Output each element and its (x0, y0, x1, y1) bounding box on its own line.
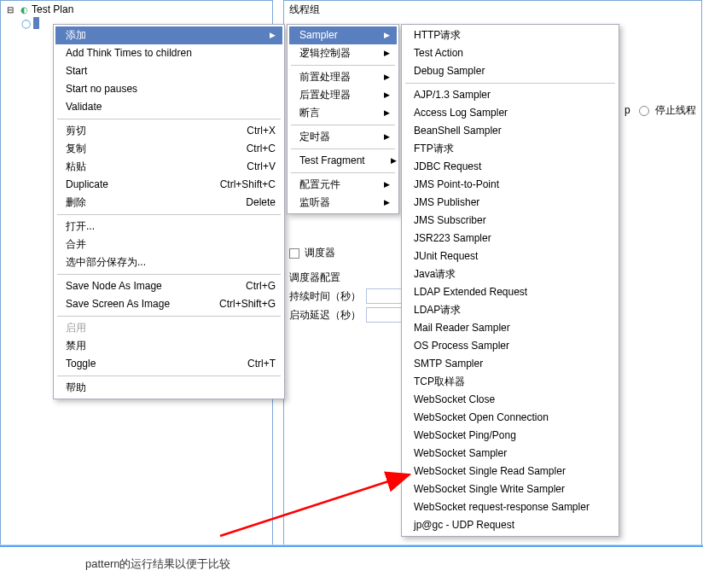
sampler-submenu-item[interactable]: Mail Reader Sampler (404, 319, 617, 337)
context-menu-item-label: Start no pauses (66, 83, 276, 96)
sampler-submenu-item-label: Access Log Sampler (414, 107, 610, 119)
sampler-submenu-item-label: JMS Subscriber (414, 214, 610, 227)
sampler-submenu-item[interactable]: JUnit Request (404, 247, 617, 265)
stop-thread-radio[interactable] (639, 106, 649, 116)
context-menu-item[interactable]: 帮助 (55, 379, 282, 397)
tree-child-label (33, 17, 39, 29)
sampler-submenu-item-label: jp@gc - UDP Request (414, 519, 610, 532)
context-menu-item-label: 打开... (66, 220, 276, 233)
sampler-submenu: HTTP请求Test ActionDebug SamplerAJP/1.3 Sa… (401, 24, 619, 537)
context-menu-shortcut: Ctrl+G (246, 280, 276, 293)
sampler-submenu-separator (405, 83, 615, 84)
sampler-submenu-item[interactable]: Test Action (404, 44, 617, 62)
context-menu-item[interactable]: 打开... (55, 218, 282, 236)
tree-root-row[interactable]: ⊟ ◐ Test Plan (4, 3, 269, 16)
sampler-submenu-item-label: JMS Publisher (414, 196, 610, 209)
context-menu-item-label: 启用 (66, 322, 276, 335)
sampler-submenu-item[interactable]: Access Log Sampler (404, 104, 617, 122)
add-submenu-item[interactable]: 逻辑控制器▶ (289, 44, 397, 62)
add-submenu-item[interactable]: 配置元件▶ (289, 176, 397, 194)
add-submenu-item[interactable]: Sampler▶ (289, 26, 397, 44)
sampler-submenu-item-label: Java请求 (414, 268, 610, 281)
add-submenu-item[interactable]: Test Fragment▶ (289, 152, 397, 170)
add-submenu-separator (291, 148, 395, 149)
context-menu-shortcut: Ctrl+X (247, 125, 276, 137)
sampler-submenu-item[interactable]: WebSocket Sampler (404, 445, 617, 463)
sampler-submenu-item[interactable]: LDAP请求 (404, 301, 617, 319)
context-menu-item[interactable]: Save Node As ImageCtrl+G (55, 277, 282, 295)
add-submenu-item[interactable]: 监听器▶ (289, 194, 397, 212)
sampler-submenu-item[interactable]: JMS Point-to-Point (404, 176, 617, 194)
add-submenu-item[interactable]: 后置处理器▶ (289, 86, 397, 104)
sampler-submenu-item-label: AJP/1.3 Sampler (414, 89, 610, 102)
context-menu-shortcut: Ctrl+Shift+G (219, 298, 276, 311)
context-menu-item-label: Add Think Times to children (66, 47, 276, 60)
add-submenu-item[interactable]: 前置处理器▶ (289, 68, 397, 86)
context-menu-item[interactable]: Validate (55, 98, 282, 116)
scheduler-label: 调度器 (305, 246, 335, 260)
sampler-submenu-item[interactable]: JMS Publisher (404, 194, 617, 212)
sampler-submenu-item[interactable]: WebSocket Single Read Sampler (404, 463, 617, 480)
sampler-submenu-item-label: WebSocket Ping/Pong (414, 429, 610, 442)
tree-root-label: Test Plan (32, 3, 73, 15)
context-menu-item[interactable]: 删除Delete (55, 194, 282, 212)
sampler-submenu-item[interactable]: JMS Subscriber (404, 212, 617, 230)
sampler-submenu-item[interactable]: SMTP Sampler (404, 355, 617, 373)
tree-collapse-icon[interactable]: ⊟ (4, 3, 16, 15)
sampler-submenu-item[interactable]: HTTP请求 (404, 26, 617, 44)
sampler-submenu-item-label: TCP取样器 (414, 376, 610, 388)
delay-label: 启动延迟（秒） (289, 308, 361, 323)
add-submenu-item[interactable]: 定时器▶ (289, 128, 397, 146)
context-menu-item[interactable]: 合并 (55, 236, 282, 253)
sampler-submenu-item[interactable]: jp@gc - UDP Request (404, 516, 617, 534)
sampler-submenu-item-label: JMS Point-to-Point (414, 178, 610, 191)
sampler-submenu-item[interactable]: JSR223 Sampler (404, 230, 617, 247)
sampler-submenu-item-label: WebSocket request-response Sampler (414, 501, 610, 514)
context-menu-shortcut: Ctrl+V (247, 160, 276, 173)
sampler-submenu-item[interactable]: OS Process Sampler (404, 337, 617, 355)
sampler-submenu-item-label: LDAP Extended Request (414, 286, 610, 299)
context-menu-item[interactable]: Start (55, 62, 282, 80)
submenu-arrow-icon: ▶ (384, 196, 390, 209)
sampler-submenu-item[interactable]: Java请求 (404, 265, 617, 283)
sampler-submenu-item[interactable]: WebSocket Single Write Sampler (404, 480, 617, 498)
sampler-submenu-item[interactable]: Debug Sampler (404, 62, 617, 80)
context-menu-item-label: 合并 (66, 238, 276, 251)
sampler-submenu-item[interactable]: WebSocket Close (404, 391, 617, 409)
context-menu-shortcut: Delete (246, 196, 276, 209)
sampler-submenu-item-label: JSR223 Sampler (414, 232, 610, 245)
context-menu-item[interactable]: ToggleCtrl+T (55, 355, 282, 373)
sampler-submenu-item-label: FTP请求 (414, 143, 610, 155)
context-menu-item[interactable]: 复制Ctrl+C (55, 140, 282, 158)
context-menu-item-label: Save Screen As Image (66, 298, 194, 311)
sampler-submenu-item[interactable]: FTP请求 (404, 140, 617, 158)
sampler-submenu-item[interactable]: WebSocket Open Connection (404, 409, 617, 427)
context-menu: 添加▶Add Think Times to childrenStartStart… (53, 24, 285, 399)
sampler-submenu-item-label: Mail Reader Sampler (414, 322, 610, 335)
sampler-submenu-item[interactable]: TCP取样器 (404, 373, 617, 391)
add-submenu-separator (291, 172, 395, 173)
sampler-submenu-item[interactable]: WebSocket request-response Sampler (404, 498, 617, 516)
sampler-submenu-item[interactable]: JDBC Request (404, 158, 617, 176)
context-menu-item-label: 选中部分保存为... (66, 256, 276, 269)
sampler-submenu-item-label: JUnit Request (414, 250, 610, 263)
context-menu-item[interactable]: 添加▶ (55, 26, 282, 44)
sampler-submenu-item[interactable]: LDAP Extended Request (404, 283, 617, 301)
context-menu-item[interactable]: 剪切Ctrl+X (55, 122, 282, 140)
context-menu-item[interactable]: 禁用 (55, 337, 282, 355)
add-submenu-item-label: 逻辑控制器 (299, 47, 358, 60)
context-menu-item[interactable]: Start no pauses (55, 80, 282, 98)
scheduler-checkbox[interactable] (289, 248, 299, 259)
context-menu-item[interactable]: DuplicateCtrl+Shift+C (55, 176, 282, 194)
context-menu-item[interactable]: Save Screen As ImageCtrl+Shift+G (55, 295, 282, 313)
sampler-submenu-item[interactable]: AJP/1.3 Sampler (404, 86, 617, 104)
sampler-submenu-item[interactable]: BeanShell Sampler (404, 122, 617, 140)
sampler-submenu-item[interactable]: WebSocket Ping/Pong (404, 427, 617, 445)
context-menu-item-label: 粘贴 (66, 160, 221, 173)
context-menu-item-label: Validate (66, 101, 276, 114)
context-menu-item[interactable]: 粘贴Ctrl+V (55, 158, 282, 176)
add-submenu-item[interactable]: 断言▶ (289, 104, 397, 122)
context-menu-item[interactable]: Add Think Times to children (55, 44, 282, 62)
add-submenu-separator (291, 65, 395, 66)
context-menu-item[interactable]: 选中部分保存为... (55, 253, 282, 271)
